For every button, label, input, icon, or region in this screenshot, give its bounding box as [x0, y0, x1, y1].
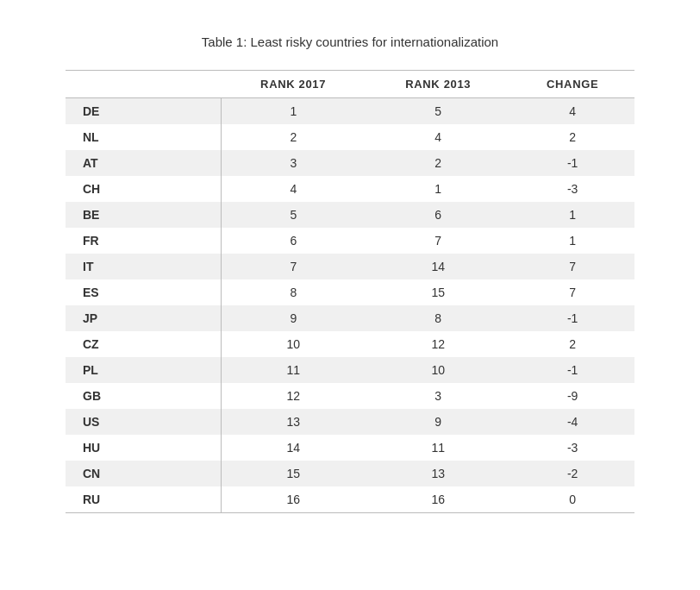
- table-row: JP98-1: [66, 305, 634, 331]
- rank2013-cell: 13: [366, 461, 510, 486]
- rank2017-cell: 8: [221, 279, 366, 305]
- rank2017-cell: 7: [221, 254, 366, 279]
- table-row: AT32-1: [66, 150, 634, 176]
- change-cell: -4: [510, 409, 634, 435]
- table-row: GB123-9: [66, 383, 634, 409]
- rank2013-cell: 5: [366, 98, 510, 125]
- rank2013-cell: 9: [366, 409, 510, 435]
- change-cell: 0: [510, 486, 634, 513]
- rank2013-cell: 1: [366, 176, 510, 202]
- rank2013-cell: 3: [366, 383, 510, 409]
- change-cell: -3: [510, 435, 634, 461]
- table-row: CH41-3: [66, 176, 634, 202]
- country-cell: ES: [66, 279, 221, 305]
- change-cell: 7: [510, 254, 634, 279]
- column-header-country: [66, 71, 221, 98]
- country-cell: JP: [66, 305, 221, 331]
- table-row: RU16160: [66, 486, 634, 513]
- table-row: ES8157: [66, 279, 634, 305]
- country-cell: CZ: [66, 331, 221, 357]
- data-table: Rank 2017 Rank 2013 Change DE154NL242AT3…: [66, 70, 634, 513]
- rank2017-cell: 4: [221, 176, 366, 202]
- country-cell: US: [66, 409, 221, 435]
- table-row: IT7147: [66, 254, 634, 279]
- rank2013-cell: 2: [366, 150, 510, 176]
- rank2017-cell: 15: [221, 461, 366, 486]
- rank2017-cell: 3: [221, 150, 366, 176]
- rank2013-cell: 4: [366, 124, 510, 150]
- rank2017-cell: 1: [221, 98, 366, 125]
- country-cell: PL: [66, 357, 221, 383]
- rank2013-cell: 8: [366, 305, 510, 331]
- table-row: CN1513-2: [66, 461, 634, 486]
- rank2017-cell: 12: [221, 383, 366, 409]
- country-cell: GB: [66, 383, 221, 409]
- table-row: BE561: [66, 202, 634, 228]
- change-cell: -9: [510, 383, 634, 409]
- country-cell: DE: [66, 98, 221, 125]
- main-container: Table 1: Least risky countries for inter…: [66, 17, 634, 530]
- rank2013-cell: 15: [366, 279, 510, 305]
- country-cell: FR: [66, 228, 221, 254]
- rank2013-cell: 6: [366, 202, 510, 228]
- rank2013-cell: 10: [366, 357, 510, 383]
- country-cell: NL: [66, 124, 221, 150]
- column-header-change: Change: [510, 71, 634, 98]
- column-header-rank2017: Rank 2017: [221, 71, 366, 98]
- rank2017-cell: 10: [221, 331, 366, 357]
- change-cell: 2: [510, 331, 634, 357]
- rank2013-cell: 11: [366, 435, 510, 461]
- country-cell: CH: [66, 176, 221, 202]
- country-cell: IT: [66, 254, 221, 279]
- change-cell: -1: [510, 357, 634, 383]
- rank2013-cell: 7: [366, 228, 510, 254]
- change-cell: -2: [510, 461, 634, 486]
- change-cell: 7: [510, 279, 634, 305]
- rank2017-cell: 16: [221, 486, 366, 513]
- change-cell: 4: [510, 98, 634, 125]
- country-cell: CN: [66, 461, 221, 486]
- table-row: NL242: [66, 124, 634, 150]
- table-row: US139-4: [66, 409, 634, 435]
- country-cell: RU: [66, 486, 221, 513]
- country-cell: BE: [66, 202, 221, 228]
- rank2017-cell: 14: [221, 435, 366, 461]
- rank2017-cell: 6: [221, 228, 366, 254]
- change-cell: -1: [510, 305, 634, 331]
- rank2013-cell: 16: [366, 486, 510, 513]
- table-row: DE154: [66, 98, 634, 125]
- change-cell: 2: [510, 124, 634, 150]
- change-cell: -3: [510, 176, 634, 202]
- column-header-rank2013: Rank 2013: [366, 71, 510, 98]
- table-title: Table 1: Least risky countries for inter…: [66, 35, 634, 49]
- change-cell: 1: [510, 202, 634, 228]
- table-row: PL1110-1: [66, 357, 634, 383]
- rank2017-cell: 13: [221, 409, 366, 435]
- rank2017-cell: 9: [221, 305, 366, 331]
- country-cell: HU: [66, 435, 221, 461]
- table-row: CZ10122: [66, 331, 634, 357]
- rank2017-cell: 5: [221, 202, 366, 228]
- rank2017-cell: 11: [221, 357, 366, 383]
- change-cell: 1: [510, 228, 634, 254]
- table-header-row: Rank 2017 Rank 2013 Change: [66, 71, 634, 98]
- change-cell: -1: [510, 150, 634, 176]
- rank2013-cell: 12: [366, 331, 510, 357]
- country-cell: AT: [66, 150, 221, 176]
- table-row: HU1411-3: [66, 435, 634, 461]
- rank2017-cell: 2: [221, 124, 366, 150]
- rank2013-cell: 14: [366, 254, 510, 279]
- table-row: FR671: [66, 228, 634, 254]
